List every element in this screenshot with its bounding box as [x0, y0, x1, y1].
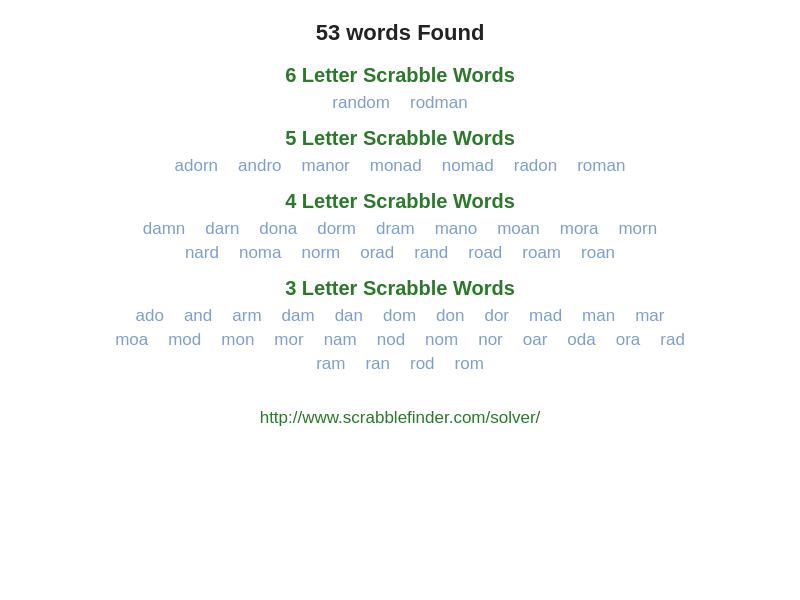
word-link-nomad[interactable]: nomad: [442, 156, 494, 176]
word-link-mon[interactable]: mon: [221, 330, 254, 350]
word-link-ram[interactable]: ram: [316, 354, 345, 374]
word-link-monad[interactable]: monad: [370, 156, 422, 176]
word-link-roam[interactable]: roam: [522, 243, 561, 263]
word-link-mad[interactable]: mad: [529, 306, 562, 326]
word-link-adorn[interactable]: adorn: [175, 156, 218, 176]
word-link-dram[interactable]: dram: [376, 219, 415, 239]
word-link-mod[interactable]: mod: [168, 330, 201, 350]
word-link-random[interactable]: random: [332, 93, 390, 113]
section-title-3-letter: 3 Letter Scrabble Words: [285, 277, 515, 300]
word-link-radon[interactable]: radon: [514, 156, 557, 176]
word-link-mano[interactable]: mano: [435, 219, 478, 239]
word-link-manor[interactable]: manor: [302, 156, 350, 176]
sections-container: 6 Letter Scrabble Wordsrandomrodman5 Let…: [115, 54, 685, 378]
word-link-nom[interactable]: nom: [425, 330, 458, 350]
word-link-dorm[interactable]: dorm: [317, 219, 356, 239]
word-row-4-letter-1: nardnomanormoradrandroadroamroan: [115, 243, 685, 263]
word-link-rod[interactable]: rod: [410, 354, 435, 374]
word-link-morn[interactable]: morn: [618, 219, 657, 239]
word-link-mar[interactable]: mar: [635, 306, 664, 326]
word-link-damn[interactable]: damn: [143, 219, 186, 239]
footer-link[interactable]: http://www.scrabblefinder.com/solver/: [260, 408, 541, 428]
word-link-dam[interactable]: dam: [282, 306, 315, 326]
word-link-and[interactable]: and: [184, 306, 212, 326]
word-link-orad[interactable]: orad: [360, 243, 394, 263]
word-link-nard[interactable]: nard: [185, 243, 219, 263]
word-link-oda[interactable]: oda: [567, 330, 595, 350]
word-link-andro[interactable]: andro: [238, 156, 281, 176]
word-row-3-letter-1: moamodmonmornamnodnomnoroarodaorarad: [115, 330, 685, 350]
word-link-nor[interactable]: nor: [478, 330, 503, 350]
word-link-arm[interactable]: arm: [232, 306, 261, 326]
word-link-ado[interactable]: ado: [136, 306, 164, 326]
section-4-letter: 4 Letter Scrabble Wordsdamndarndonadormd…: [115, 180, 685, 267]
section-title-5-letter: 5 Letter Scrabble Words: [285, 127, 515, 150]
word-link-norm[interactable]: norm: [301, 243, 340, 263]
word-link-don[interactable]: don: [436, 306, 464, 326]
word-link-dona[interactable]: dona: [259, 219, 297, 239]
word-link-rodman[interactable]: rodman: [410, 93, 468, 113]
word-link-roan[interactable]: roan: [581, 243, 615, 263]
word-link-darn[interactable]: darn: [205, 219, 239, 239]
word-link-mor[interactable]: mor: [274, 330, 303, 350]
word-link-rad[interactable]: rad: [660, 330, 685, 350]
word-row-4-letter-0: damndarndonadormdrammanomoanmoramorn: [115, 219, 685, 239]
word-link-dor[interactable]: dor: [484, 306, 509, 326]
section-6-letter: 6 Letter Scrabble Wordsrandomrodman: [115, 54, 685, 117]
word-link-moa[interactable]: moa: [115, 330, 148, 350]
page-title: 53 words Found: [316, 20, 485, 46]
word-link-mora[interactable]: mora: [560, 219, 599, 239]
word-link-rand[interactable]: rand: [414, 243, 448, 263]
word-link-dom[interactable]: dom: [383, 306, 416, 326]
section-5-letter: 5 Letter Scrabble Wordsadornandromanormo…: [115, 117, 685, 180]
word-link-ora[interactable]: ora: [616, 330, 641, 350]
section-3-letter: 3 Letter Scrabble Wordsadoandarmdamdando…: [115, 267, 685, 378]
word-link-roman[interactable]: roman: [577, 156, 625, 176]
word-link-man[interactable]: man: [582, 306, 615, 326]
word-row-3-letter-0: adoandarmdamdandomdondormadmanmar: [115, 306, 685, 326]
word-row-3-letter-2: ramranrodrom: [115, 354, 685, 374]
word-link-moan[interactable]: moan: [497, 219, 540, 239]
word-link-dan[interactable]: dan: [335, 306, 363, 326]
word-row-5-letter-0: adornandromanormonadnomadradonroman: [115, 156, 685, 176]
word-link-rom[interactable]: rom: [455, 354, 484, 374]
section-title-6-letter: 6 Letter Scrabble Words: [285, 64, 515, 87]
word-link-road[interactable]: road: [468, 243, 502, 263]
section-title-4-letter: 4 Letter Scrabble Words: [285, 190, 515, 213]
word-link-nod[interactable]: nod: [377, 330, 405, 350]
word-row-6-letter-0: randomrodman: [115, 93, 685, 113]
word-link-ran[interactable]: ran: [365, 354, 390, 374]
word-link-nam[interactable]: nam: [324, 330, 357, 350]
word-link-oar[interactable]: oar: [523, 330, 548, 350]
word-link-noma[interactable]: noma: [239, 243, 282, 263]
